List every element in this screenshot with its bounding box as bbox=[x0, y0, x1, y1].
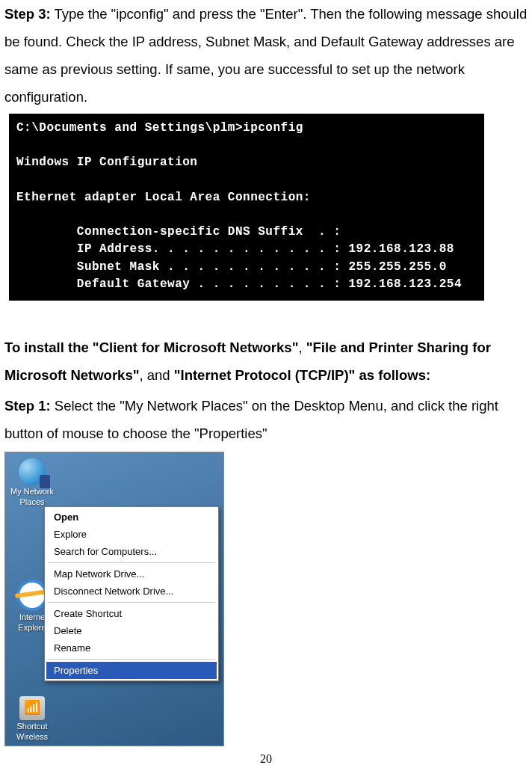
install-sep2: , and bbox=[139, 367, 173, 383]
step3-para: Step 3: Type the "ipconfig" and press th… bbox=[4, 0, 528, 111]
install-b3: "Internet Protocol (TCP/IP)" as follows: bbox=[174, 367, 430, 383]
step1-label: Step 1: bbox=[4, 398, 51, 414]
cmd-mask-line: Subnet Mask . . . . . . . . . . . : 255.… bbox=[16, 259, 477, 276]
menu-item-map-drive[interactable]: Map Network Drive... bbox=[46, 565, 217, 583]
network-places-icon bbox=[19, 458, 46, 485]
menu-item-create-shortcut[interactable]: Create Shortcut bbox=[46, 605, 217, 622]
menu-separator bbox=[48, 659, 215, 660]
cmd-title-line: Windows IP Configuration bbox=[16, 154, 477, 171]
desktop-icon-network-places[interactable]: My Network Places bbox=[8, 458, 56, 506]
install-b1: "Client for Microsoft Networks" bbox=[93, 340, 299, 355]
cmd-window: C:\Documents and Settings\plm>ipconfig W… bbox=[9, 114, 484, 301]
menu-item-delete[interactable]: Delete bbox=[46, 622, 217, 639]
wireless-icon bbox=[19, 696, 45, 720]
cmd-ip-line: IP Address. . . . . . . . . . . . : 192.… bbox=[16, 241, 477, 258]
step3-text: Type the "ipconfig" and press the "Enter… bbox=[4, 6, 527, 105]
menu-item-disconnect-drive[interactable]: Disconnect Network Drive... bbox=[46, 583, 217, 600]
install-sep1: , bbox=[298, 340, 306, 355]
menu-item-open[interactable]: Open bbox=[46, 509, 217, 526]
step1-para: Step 1: Select the "My Network Places" o… bbox=[4, 392, 528, 447]
icon1-line2: Places bbox=[8, 497, 56, 506]
install-para: To install the "Client for Microsoft Net… bbox=[4, 334, 528, 389]
context-menu: Open Explore Search for Computers... Map… bbox=[44, 506, 219, 681]
cmd-dns-line: Connection-specific DNS Suffix . : bbox=[16, 224, 477, 241]
cmd-gw-line: Default Gateway . . . . . . . . . : 192.… bbox=[16, 276, 477, 293]
cmd-adapter-line: Ethernet adapter Local Area Connection: bbox=[16, 189, 477, 206]
menu-item-explore[interactable]: Explore bbox=[46, 526, 217, 543]
ie-icon bbox=[16, 580, 48, 611]
install-lead: To install the bbox=[4, 340, 93, 355]
menu-separator bbox=[48, 562, 215, 563]
menu-item-search[interactable]: Search for Computers... bbox=[46, 543, 217, 560]
desktop-icon-wireless[interactable]: Shortcut Wireless bbox=[8, 696, 56, 741]
menu-item-rename[interactable]: Rename bbox=[46, 639, 217, 657]
icon3-line2: Wireless bbox=[8, 732, 56, 741]
step3-label: Step 3: bbox=[4, 6, 51, 22]
menu-separator bbox=[48, 602, 215, 603]
cmd-prompt-line: C:\Documents and Settings\plm>ipconfig bbox=[16, 120, 477, 137]
icon3-line1: Shortcut bbox=[8, 722, 56, 731]
page-number: 20 bbox=[4, 752, 528, 766]
menu-item-properties[interactable]: Properties bbox=[46, 662, 217, 679]
desktop-screenshot: My Network Places Interne Explore Shortc… bbox=[4, 452, 224, 746]
step1-text: Select the "My Network Places" on the De… bbox=[4, 398, 498, 441]
